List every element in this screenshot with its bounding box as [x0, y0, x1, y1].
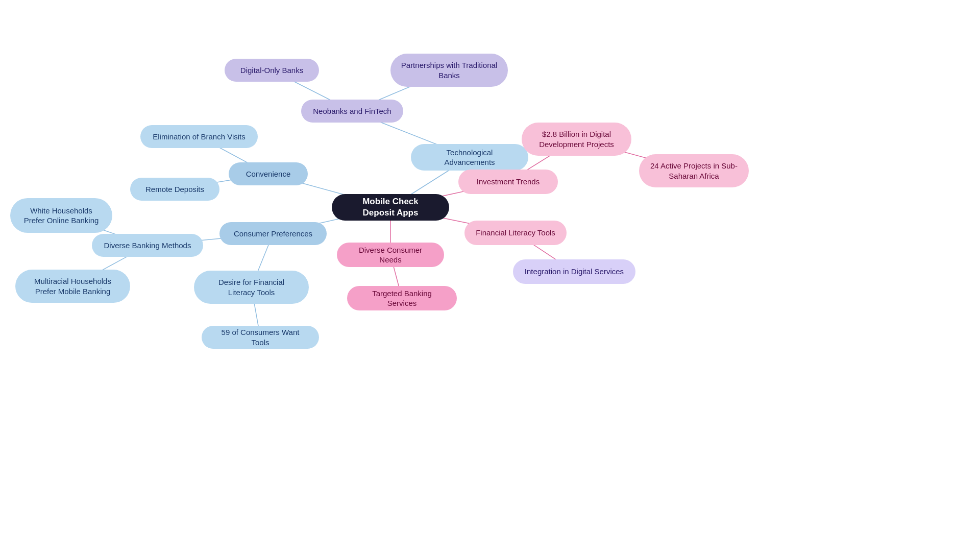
- remote-deposits-node: Remote Deposits: [130, 178, 219, 201]
- diverse-banking-node: Diverse Banking Methods: [92, 234, 203, 257]
- desire-tools-node: Desire for Financial Literacy Tools: [194, 271, 309, 304]
- billion-node: $2.8 Billion in Digital Development Proj…: [522, 123, 631, 156]
- consumers-want-node: 59 of Consumers Want Tools: [202, 326, 319, 349]
- financial-literacy-tools-node: Financial Literacy Tools: [464, 221, 567, 245]
- integration-node: Integration in Digital Services: [513, 259, 635, 284]
- investment-trends-node: Investment Trends: [458, 170, 558, 194]
- partnerships-node: Partnerships with Traditional Banks: [390, 54, 508, 87]
- neobanks-node: Neobanks and FinTech: [301, 100, 403, 123]
- digital-only-banks-node: Digital-Only Banks: [225, 59, 319, 82]
- multiracial-households-node: Multiracial Households Prefer Mobile Ban…: [15, 270, 130, 303]
- convenience-node: Convenience: [229, 162, 308, 185]
- white-households-node: White Households Prefer Online Banking: [10, 198, 112, 233]
- center-node: Mobile Check Deposit Apps: [332, 194, 449, 221]
- consumer-preferences-node: Consumer Preferences: [219, 222, 327, 245]
- targeted-banking-services-node: Targeted Banking Services: [347, 286, 457, 310]
- technological-advancements-node: Technological Advancements: [411, 144, 528, 171]
- diverse-consumer-needs-node: Diverse Consumer Needs: [337, 243, 444, 267]
- active-projects-node: 24 Active Projects in Sub-Saharan Africa: [639, 154, 749, 187]
- elimination-node: Elimination of Branch Visits: [140, 125, 258, 148]
- mindmap-container: Mobile Check Deposit Apps Technological …: [0, 0, 980, 553]
